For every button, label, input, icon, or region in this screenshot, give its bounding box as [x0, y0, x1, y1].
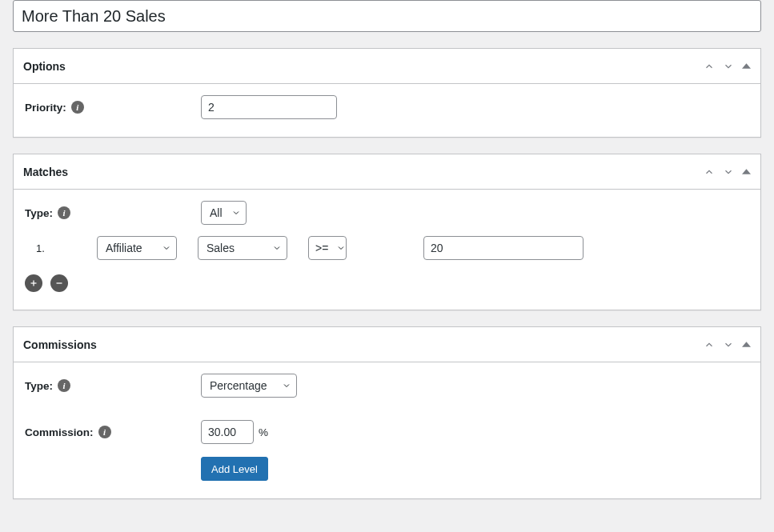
options-heading: Options: [23, 60, 66, 73]
info-icon[interactable]: i: [58, 206, 70, 219]
chevron-down-icon: [272, 243, 282, 253]
commissions-panel-header: Commissions: [14, 327, 760, 362]
panel-handle-actions: [704, 61, 751, 72]
collapse-toggle-icon[interactable]: [742, 340, 751, 349]
panel-handle-actions: [704, 166, 751, 178]
svg-marker-0: [742, 63, 751, 69]
commissions-panel: Commissions Type: i Percentage: [13, 326, 761, 499]
remove-condition-button[interactable]: [50, 274, 68, 292]
matches-panel-header: Matches: [14, 154, 760, 190]
add-level-button[interactable]: Add Level: [201, 457, 268, 481]
commission-suffix: %: [259, 426, 268, 438]
commissions-heading: Commissions: [23, 338, 97, 351]
match-type-label: Type: i: [25, 206, 201, 219]
chevron-down-icon: [231, 208, 241, 218]
chevron-up-icon[interactable]: [704, 166, 715, 178]
info-icon[interactable]: i: [71, 101, 84, 114]
priority-input[interactable]: [201, 95, 337, 119]
match-row-number: 1.: [25, 242, 97, 254]
priority-label: Priority: i: [25, 101, 201, 114]
options-panel-header: Options: [14, 49, 760, 84]
rule-title-input[interactable]: [13, 0, 761, 32]
commission-type-select[interactable]: Percentage: [201, 374, 297, 398]
match-type-select[interactable]: All: [201, 201, 247, 225]
commission-value-label: Commission: i: [25, 426, 201, 438]
options-panel: Options Priority: i: [13, 48, 761, 138]
chevron-down-icon[interactable]: [723, 339, 734, 350]
info-icon[interactable]: i: [98, 426, 111, 438]
commission-value-input[interactable]: [201, 420, 254, 444]
match-metric-select[interactable]: Sales: [198, 236, 287, 260]
chevron-up-icon[interactable]: [704, 61, 715, 72]
match-condition-row: 1. Affiliate Sales >=: [25, 236, 749, 260]
chevron-up-icon[interactable]: [704, 339, 715, 350]
svg-marker-1: [742, 169, 751, 174]
add-condition-button[interactable]: [25, 274, 42, 292]
chevron-down-icon[interactable]: [723, 61, 734, 72]
chevron-down-icon: [282, 381, 291, 390]
chevron-down-icon[interactable]: [723, 166, 734, 178]
svg-marker-5: [742, 342, 751, 347]
collapse-toggle-icon[interactable]: [742, 167, 751, 176]
panel-handle-actions: [704, 339, 751, 350]
matches-heading: Matches: [23, 166, 68, 178]
commission-type-label: Type: i: [25, 379, 201, 392]
match-operator-select[interactable]: >=: [308, 236, 347, 260]
match-subject-select[interactable]: Affiliate: [97, 236, 177, 260]
collapse-toggle-icon[interactable]: [742, 62, 751, 70]
info-icon[interactable]: i: [58, 379, 70, 392]
chevron-down-icon: [336, 243, 346, 253]
matches-panel: Matches Type: i All 1.: [13, 154, 761, 310]
match-threshold-input[interactable]: [423, 236, 584, 260]
chevron-down-icon: [162, 243, 171, 253]
